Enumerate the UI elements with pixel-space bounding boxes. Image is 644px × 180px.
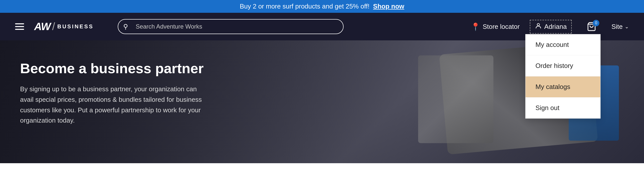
- account-icon: [535, 22, 542, 31]
- cart-badge: 0: [593, 20, 599, 26]
- store-locator-label: Store locator: [483, 23, 520, 31]
- nav-actions: 📍 Store locator Adriana My account Order…: [471, 20, 629, 34]
- location-icon: 📍: [471, 22, 480, 31]
- account-label: Adriana: [544, 23, 567, 31]
- site-selector[interactable]: Site ⌄: [611, 23, 629, 31]
- promo-link[interactable]: Shop now: [373, 3, 404, 10]
- promo-bar: Buy 2 or more surf products and get 25% …: [0, 0, 644, 13]
- logo-business: BUSINESS: [57, 23, 93, 30]
- hero-content: Become a business partner By signing up …: [0, 40, 226, 146]
- account-dropdown: My account Order history My catalogs Sig…: [525, 34, 601, 119]
- search-bar: ⚲: [118, 19, 344, 34]
- dropdown-my-catalogs[interactable]: My catalogs: [526, 76, 600, 98]
- dropdown-order-history[interactable]: Order history: [526, 55, 600, 76]
- dropdown-my-account[interactable]: My account: [526, 34, 600, 55]
- logo-slash: /: [52, 21, 55, 33]
- cart-button[interactable]: 0: [587, 22, 596, 31]
- logo-aw: AW: [34, 21, 51, 33]
- promo-text: Buy 2 or more surf products and get 25% …: [240, 3, 369, 10]
- hero-description: By signing up to be a business partner, …: [20, 84, 206, 126]
- chevron-down-icon: ⌄: [625, 24, 629, 30]
- dropdown-sign-out[interactable]: Sign out: [526, 98, 600, 118]
- main-nav: AW / BUSINESS ⚲ 📍 Store locator Adriana …: [0, 13, 644, 40]
- search-icon: ⚲: [123, 23, 128, 31]
- hero-title: Become a business partner: [20, 60, 206, 76]
- site-label: Site: [611, 23, 623, 31]
- svg-point-0: [537, 23, 539, 26]
- search-input[interactable]: [118, 19, 344, 34]
- logo[interactable]: AW / BUSINESS: [34, 21, 94, 33]
- account-button[interactable]: Adriana My account Order history My cata…: [530, 20, 572, 34]
- hamburger-menu[interactable]: [15, 23, 24, 30]
- store-locator-button[interactable]: 📍 Store locator: [471, 22, 520, 31]
